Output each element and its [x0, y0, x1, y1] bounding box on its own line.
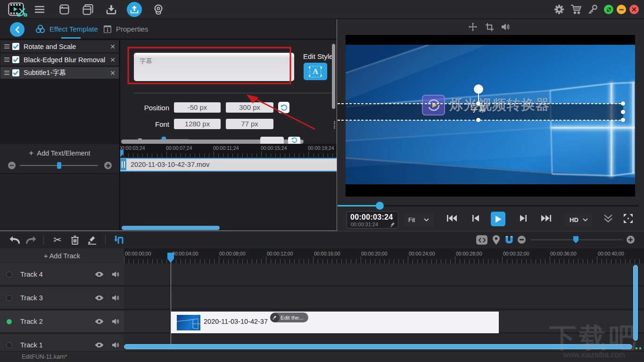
edit-time-pencil-icon[interactable]: [390, 222, 396, 227]
split-insert-icon[interactable]: [113, 235, 125, 245]
handle-top-right[interactable]: [621, 101, 625, 106]
handle-bottom-right[interactable]: [621, 118, 625, 122]
effect-row-blur-removal[interactable]: Black-Edged Blur Removal ✕: [0, 54, 119, 66]
track-mute-speaker-icon[interactable]: [107, 271, 124, 278]
zoom-reset-button[interactable]: [288, 137, 300, 144]
track-header-track-2[interactable]: Track 2: [0, 311, 124, 333]
track-visibility-eye-icon[interactable]: [91, 272, 107, 277]
edit-pencil-icon[interactable]: [86, 235, 98, 245]
marker-pin-icon[interactable]: [491, 235, 501, 245]
track-active-indicator[interactable]: [6, 342, 12, 348]
volume-icon[interactable]: [501, 22, 511, 32]
track-visibility-eye-icon[interactable]: [91, 319, 107, 324]
track-visibility-eye-icon[interactable]: [91, 295, 107, 301]
list-zoom-in-icon[interactable]: [104, 162, 112, 169]
window-maximize-button[interactable]: [604, 5, 613, 14]
effect-row-rotate-scale[interactable]: Rotate and Scale ✕: [0, 41, 119, 52]
track-active-indicator[interactable]: [6, 295, 12, 301]
track-mute-speaker-icon[interactable]: [107, 342, 124, 348]
cart-icon[interactable]: [570, 4, 582, 15]
timeline-clip[interactable]: 2020-11-03-10-42-37 Edit the...: [171, 312, 499, 333]
collapse-preview-icon[interactable]: [603, 212, 614, 224]
fullscreen-icon[interactable]: [622, 212, 634, 224]
timeline-hscrollbar[interactable]: [124, 344, 632, 349]
position-y-field[interactable]: 300 px: [226, 102, 273, 113]
list-zoom-slider-thumb[interactable]: [57, 162, 61, 169]
video-frame[interactable]: 烁光视频转换器 字幕: [346, 35, 635, 197]
quality-dropdown[interactable]: HD: [565, 213, 592, 226]
undo-icon[interactable]: [8, 235, 21, 245]
delete-icon[interactable]: [69, 235, 81, 245]
skip-to-start-button[interactable]: [446, 212, 458, 224]
timeline-zoom-in-icon[interactable]: [627, 236, 635, 244]
track-lane-track-4[interactable]: [124, 263, 644, 286]
selection-bottom-edge[interactable]: [338, 120, 623, 121]
element-timeline-hscrollbar[interactable]: [122, 226, 220, 230]
position-x-field[interactable]: -50 px: [174, 102, 221, 113]
skip-to-end-button[interactable]: [540, 212, 552, 224]
move-tool-icon[interactable]: [468, 22, 478, 32]
rotate-handle[interactable]: [474, 84, 483, 94]
play-button[interactable]: [491, 212, 505, 226]
add-text-element-button[interactable]: + Add Text/Element: [0, 147, 119, 159]
selection-top-edge[interactable]: [338, 103, 623, 104]
position-reset-button[interactable]: [278, 102, 289, 113]
preview-progress-thumb[interactable]: [376, 202, 384, 210]
timeline-vscrollbar[interactable]: [633, 265, 638, 341]
track-visibility-eye-icon[interactable]: [91, 342, 107, 348]
cut-icon[interactable]: ✂: [51, 235, 64, 245]
zoom-value-field[interactable]: [260, 137, 284, 144]
window-minimize-button[interactable]: [617, 5, 626, 14]
redo-icon[interactable]: [25, 235, 37, 245]
menu-icon[interactable]: [34, 5, 45, 14]
previous-frame-button[interactable]: [470, 212, 482, 224]
drag-handle-icon[interactable]: [4, 43, 9, 50]
drag-handle-icon[interactable]: [4, 57, 9, 63]
list-zoom-out-icon[interactable]: [8, 162, 16, 169]
effect-checkbox[interactable]: [12, 69, 19, 76]
magnet-icon[interactable]: [504, 235, 514, 245]
effect-checkbox[interactable]: [12, 43, 19, 50]
remove-effect-icon[interactable]: ✕: [107, 56, 119, 64]
next-frame-button[interactable]: [517, 212, 529, 224]
crop-tool-icon[interactable]: [485, 22, 494, 32]
back-button[interactable]: [10, 22, 25, 37]
timeline-zoom-slider-thumb[interactable]: [573, 236, 578, 243]
tab-properties[interactable]: Properties: [103, 19, 148, 39]
track-active-indicator[interactable]: [6, 319, 12, 325]
export-button[interactable]: [127, 2, 142, 17]
track-mute-speaker-icon[interactable]: [107, 295, 124, 301]
settings-gear-icon[interactable]: [553, 4, 565, 15]
effect-checkbox[interactable]: [12, 56, 19, 63]
remove-effect-icon[interactable]: ✕: [107, 69, 119, 77]
track-header-track-3[interactable]: Track 3: [0, 287, 124, 310]
key-icon[interactable]: [587, 4, 598, 15]
add-track-button[interactable]: + Add Track: [0, 248, 124, 263]
save-project-icon[interactable]: [58, 4, 70, 15]
remove-effect-icon[interactable]: ✕: [107, 43, 119, 50]
fit-dropdown[interactable]: Fit: [403, 213, 434, 226]
splitter-grip[interactable]: [334, 121, 336, 129]
window-close-button[interactable]: [629, 5, 639, 14]
keyframe-icon[interactable]: [476, 235, 487, 245]
element-timeline-ruler[interactable]: 00:00:03;24 00:00:07;24 00:00:11;24 00:0…: [120, 144, 337, 157]
subtitle-text-input[interactable]: 字幕: [134, 53, 294, 81]
drag-handle-icon[interactable]: [4, 70, 9, 76]
timeline-zoom-out-icon[interactable]: [518, 236, 526, 244]
track-lane-track-3[interactable]: [124, 287, 644, 310]
webcam-icon[interactable]: [153, 4, 164, 15]
effect-row-subtitle[interactable]: Subtitle1-字幕 ✕: [0, 67, 119, 79]
timeline-ruler[interactable]: 00:00:00;00 00:00:04;00 00:00:08;00 00:0…: [124, 248, 644, 263]
project-copy-icon[interactable]: [82, 4, 93, 15]
element-playhead[interactable]: [120, 150, 124, 157]
font-width-field[interactable]: 1280 px: [174, 119, 221, 129]
properties-vscrollbar[interactable]: [332, 44, 335, 109]
element-clip[interactable]: 2020-11-03-10-42-37.mov: [120, 158, 337, 172]
track-mute-speaker-icon[interactable]: [107, 318, 124, 325]
handle-top-center[interactable]: [476, 101, 480, 106]
handle-middle-right[interactable]: [621, 110, 625, 114]
vertical-splitter[interactable]: [337, 19, 337, 231]
track-header-track-4[interactable]: Track 4: [0, 263, 124, 286]
handle-bottom-center[interactable]: [476, 118, 480, 122]
tab-effect-template[interactable]: Effect Template: [35, 19, 98, 39]
